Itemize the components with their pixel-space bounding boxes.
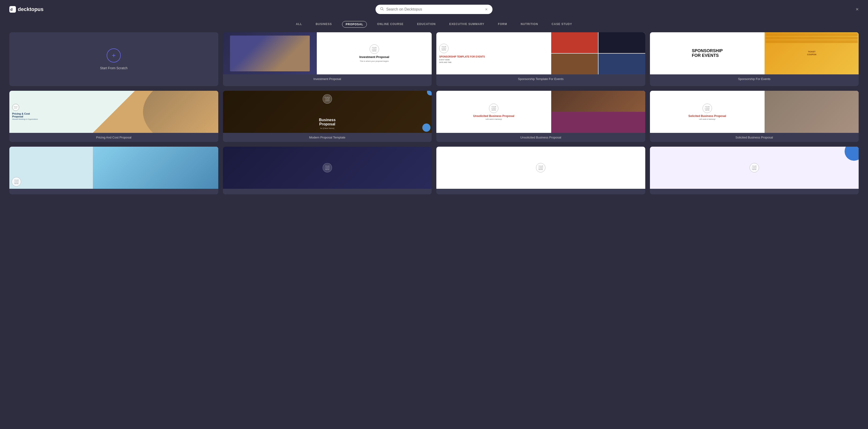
template-thumbnail: PLACEYOURLOGO BusinessProposal for [Clie…	[223, 91, 432, 133]
template-card-bottom-3[interactable]: YOURLOGOHERE	[436, 147, 645, 194]
search-bar: ✕	[375, 5, 493, 14]
logo-text: decktopus	[18, 6, 43, 12]
svg-line-3	[383, 9, 384, 10]
template-thumbnail: PLACELOGO Pricing & CostProposal Maxwell…	[9, 91, 218, 133]
template-label: Sponsorship Template For Events	[436, 74, 645, 84]
search-input[interactable]	[386, 7, 483, 11]
template-card-bottom-2[interactable]: YOURLOGOHERE	[223, 147, 432, 194]
template-thumbnail: YOURLOGOHERE Unsolicited Business Propos…	[436, 91, 645, 133]
tab-nutrition[interactable]: NUTRITION	[518, 21, 541, 28]
tab-executive-summary[interactable]: EXECUTIVE SUMMARY	[446, 21, 488, 28]
template-label	[9, 189, 218, 194]
tab-form[interactable]: FORM	[495, 21, 510, 28]
tab-education[interactable]: EDUCATION	[414, 21, 439, 28]
template-thumbnail: YOURLOGOHERE	[650, 147, 859, 189]
template-thumbnail: SPONSORSHIPFOR EVENTS TICKETCOUPON	[650, 32, 859, 74]
nav-tabs: ALL BUSINESS PROPOSAL ONLINE COURSE EDUC…	[0, 19, 868, 32]
template-thumbnail: YOURLOGOHERE	[9, 147, 218, 189]
template-card-investment-proposal[interactable]: YOURLOGOHERE Investment Proposal This is…	[223, 32, 432, 86]
tab-all[interactable]: ALL	[293, 21, 305, 28]
tab-proposal[interactable]: PROPOSAL	[342, 21, 367, 28]
template-label	[223, 189, 432, 194]
tab-online-course[interactable]: ONLINE COURSE	[374, 21, 407, 28]
template-label: Solicited Business Proposal	[650, 133, 859, 142]
template-thumbnail: YOURLOGOHERE	[223, 147, 432, 189]
template-card-bottom-1[interactable]: YOURLOGOHERE	[9, 147, 218, 194]
template-card-modern-proposal[interactable]: PLACEYOURLOGO BusinessProposal for [Clie…	[223, 91, 432, 142]
start-from-scratch-card[interactable]: + Start From Scratch	[9, 32, 218, 86]
header: d decktopus ✕ ×	[0, 0, 868, 19]
template-thumbnail: YOURLOGOHERE Solicited Business Proposal…	[650, 91, 859, 133]
template-card-sponsorship-fe[interactable]: SPONSORSHIPFOR EVENTS TICKETCOUPON Spons…	[650, 32, 859, 86]
template-card-bottom-4[interactable]: YOURLOGOHERE	[650, 147, 859, 194]
template-thumbnail: YOURLOGOHERE Investment Proposal This is…	[223, 32, 432, 74]
template-label: Pricing And Cost Proposal	[9, 133, 218, 142]
scratch-label: Start From Scratch	[100, 66, 127, 70]
template-thumbnail: YOURLOGOHERE	[436, 147, 645, 189]
template-card-solicited[interactable]: YOURLOGOHERE Solicited Business Proposal…	[650, 91, 859, 142]
template-card-sponsorship-events[interactable]: YOURLOGOHERE SPONSORSHIP TEMPLATE FOR EV…	[436, 32, 645, 86]
logo[interactable]: d decktopus	[9, 6, 43, 12]
template-label: Investment Proposal	[223, 74, 432, 84]
template-grid: + Start From Scratch YOURLOGOHERE Invest…	[0, 32, 868, 204]
template-label: Unsolicited Business Proposal	[436, 133, 645, 142]
template-thumbnail: YOURLOGOHERE SPONSORSHIP TEMPLATE FOR EV…	[436, 32, 645, 74]
template-label: Sponsorship For Events	[650, 74, 859, 84]
template-card-unsolicited[interactable]: YOURLOGOHERE Unsolicited Business Propos…	[436, 91, 645, 142]
tab-case-study[interactable]: CASE STUDY	[549, 21, 575, 28]
decktopus-logo-icon: d	[9, 6, 16, 12]
plus-icon: +	[107, 49, 121, 62]
template-label	[650, 189, 859, 194]
template-label	[436, 189, 645, 194]
search-icon	[380, 7, 384, 12]
template-card-pricing[interactable]: PLACELOGO Pricing & CostProposal Maxwell…	[9, 91, 218, 142]
tab-business[interactable]: BUSINESS	[312, 21, 335, 28]
close-button[interactable]: ×	[856, 6, 859, 12]
search-clear-icon[interactable]: ✕	[485, 7, 488, 11]
svg-text:d: d	[10, 7, 12, 11]
template-label: Modern Proposal Template	[223, 133, 432, 142]
